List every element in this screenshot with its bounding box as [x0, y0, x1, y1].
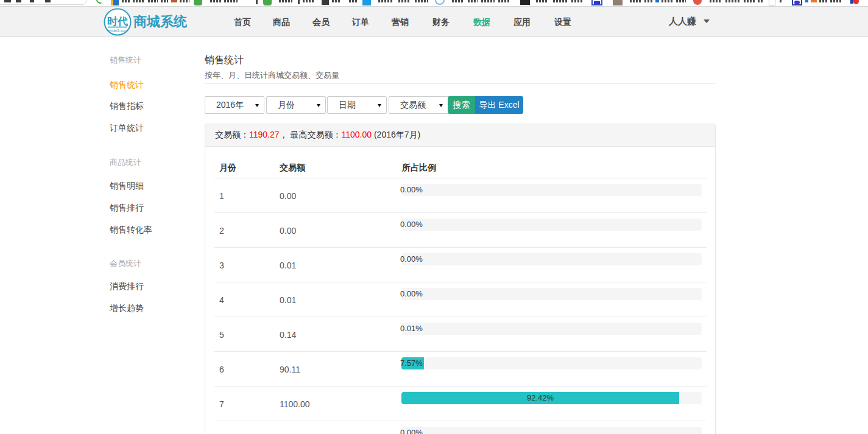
svg-text:时代: 时代: [107, 16, 128, 27]
svg-text:shidai5.com: shidai5.com: [108, 29, 127, 32]
